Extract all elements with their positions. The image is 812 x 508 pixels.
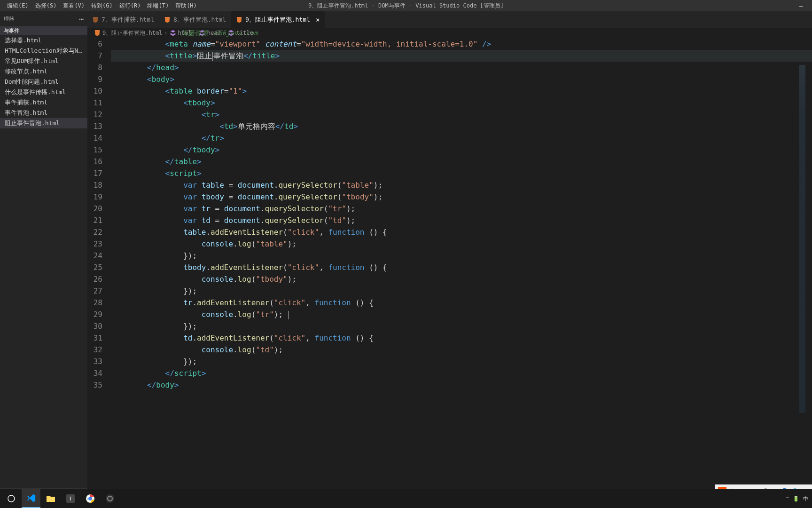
menubar: 编辑(E) 选择(S) 查看(V) 转到(G) 运行(R) 终端(T) 帮助(H… xyxy=(0,0,812,11)
file-item[interactable]: HTMLCollection对象与NodeList对象... xyxy=(0,46,87,56)
system-tray[interactable]: ^ 🔋 中 xyxy=(786,495,808,502)
sidebar-more-icon[interactable]: ⋯ xyxy=(79,15,84,24)
sidebar-title: 理器 xyxy=(4,16,14,23)
folder-section[interactable]: 与事件 xyxy=(0,26,87,35)
chrome-taskbar-icon[interactable] xyxy=(81,489,100,508)
windows-taskbar: T ^ 🔋 中 xyxy=(0,489,812,508)
html-file-icon xyxy=(92,16,99,23)
file-item[interactable]: 常见DOM操作.html xyxy=(0,56,87,66)
file-list: 选择器.html HTMLCollection对象与NodeList对象... … xyxy=(0,35,87,488)
menu-terminal[interactable]: 终端(T) xyxy=(144,2,172,10)
breadcrumbs[interactable]: 9、阻止事件冒泡.html › html › head › title xyxy=(87,28,812,38)
tab-active[interactable]: 9、阻止事件冒泡.html × xyxy=(231,11,325,28)
window-minimize[interactable]: — xyxy=(790,2,812,9)
menu-edit[interactable]: 编辑(E) xyxy=(4,2,32,10)
html-file-icon xyxy=(236,16,242,23)
editor-tabs: 7、事件捕获.html 8、事件冒泡.html 9、阻止事件冒泡.html × xyxy=(87,11,812,28)
file-item[interactable]: 事件冒泡.html xyxy=(0,108,87,118)
file-item-active[interactable]: 阻止事件冒泡.html xyxy=(0,118,87,128)
tab-label: 7、事件捕获.html xyxy=(102,16,154,24)
vscode-taskbar-icon[interactable] xyxy=(22,489,40,508)
html-file-icon xyxy=(164,16,171,23)
line-numbers: 6789101112131415161718192021222324252627… xyxy=(87,38,111,498)
tray-chevron-icon[interactable]: ^ xyxy=(786,496,789,502)
cortana-icon[interactable] xyxy=(2,489,21,508)
file-item[interactable]: 修改节点.html xyxy=(0,66,87,77)
close-icon[interactable]: × xyxy=(316,16,320,24)
svg-point-4 xyxy=(88,497,92,500)
code-content[interactable]: <meta name="viewport" content="width=dev… xyxy=(111,38,812,498)
tab-label: 8、事件冒泡.html xyxy=(173,16,226,24)
file-item[interactable]: Dom性能问题.html xyxy=(0,77,87,87)
svg-point-0 xyxy=(8,495,15,502)
editor-area: 7、事件捕获.html 8、事件冒泡.html 9、阻止事件冒泡.html × … xyxy=(87,11,812,498)
menu-select[interactable]: 选择(S) xyxy=(32,2,60,10)
menu-run[interactable]: 运行(R) xyxy=(116,2,144,10)
tab-inactive[interactable]: 7、事件捕获.html xyxy=(87,11,159,28)
menu-goto[interactable]: 转到(G) xyxy=(88,2,116,10)
svg-text:T: T xyxy=(69,496,72,502)
file-item[interactable]: 选择器.html xyxy=(0,35,87,46)
app-taskbar-icon[interactable]: T xyxy=(61,489,80,508)
tab-label: 9、阻止事件冒泡.html xyxy=(245,16,310,24)
explorer-sidebar: 理器 ⋯ 与事件 选择器.html HTMLCollection对象与NodeL… xyxy=(0,11,87,498)
obs-taskbar-icon[interactable] xyxy=(101,489,119,508)
tab-inactive[interactable]: 8、事件冒泡.html xyxy=(159,11,231,28)
menu-view[interactable]: 查看(V) xyxy=(60,2,88,10)
svg-point-5 xyxy=(106,494,114,503)
file-item[interactable]: 什么是事件传播.html xyxy=(0,87,87,97)
explorer-taskbar-icon[interactable] xyxy=(41,489,60,508)
tray-lang[interactable]: 中 xyxy=(803,495,808,502)
menu-help[interactable]: 帮助(H) xyxy=(172,2,200,10)
tray-battery-icon[interactable]: 🔋 xyxy=(793,496,799,502)
file-item[interactable]: 事件捕获.html xyxy=(0,97,87,108)
code-editor[interactable]: 6789101112131415161718192021222324252627… xyxy=(87,38,812,498)
minimap[interactable] xyxy=(799,65,805,413)
